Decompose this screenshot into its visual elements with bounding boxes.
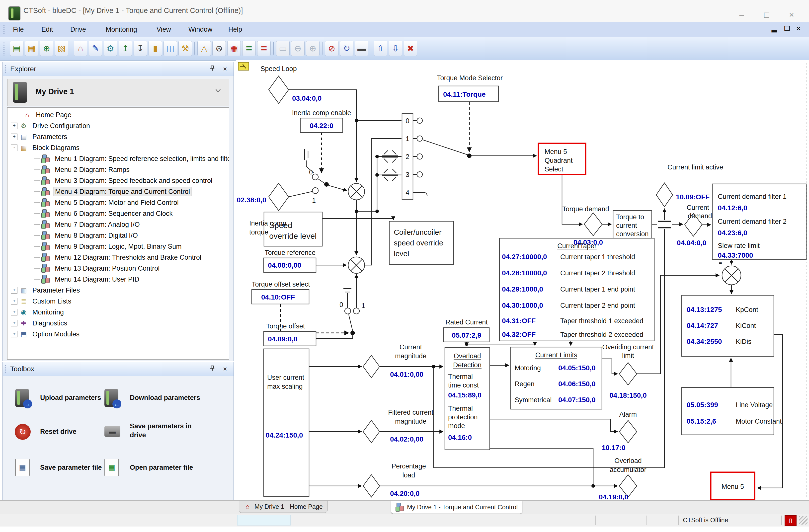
disconnect-drive-icon[interactable]: ✖ bbox=[404, 40, 417, 56]
tree-item-menu7-diagram[interactable]: Menu 7 Diagram: Analog I/O bbox=[34, 219, 141, 230]
pin-icon[interactable] bbox=[209, 365, 216, 373]
custom-list-2-icon[interactable]: ≣ bbox=[257, 40, 271, 56]
torque-offset-param[interactable]: 04.09:0,0 bbox=[268, 335, 297, 343]
mc-param[interactable]: 05.15:2,6 bbox=[687, 417, 716, 425]
save-in-drive-button[interactable]: ▬ bbox=[104, 426, 120, 437]
drive-status-icon[interactable]: ▮ bbox=[149, 40, 162, 56]
inertia-torque-param[interactable]: 02.38:0,0 bbox=[237, 196, 266, 204]
current-demand-param[interactable]: 04.04:0,0 bbox=[677, 239, 706, 247]
torque-offset-select-param[interactable]: 04.10:OFF bbox=[261, 293, 295, 301]
drive-setup-icon[interactable]: ⚙ bbox=[104, 40, 117, 56]
switch-throw-0[interactable] bbox=[312, 174, 318, 180]
monitor-icon[interactable]: ◫ bbox=[163, 40, 177, 56]
inertia-torque-diamond[interactable] bbox=[269, 183, 289, 210]
tools-icon[interactable]: ⚒ bbox=[178, 40, 192, 56]
new-parameter-file-icon[interactable]: ▤ bbox=[10, 40, 23, 56]
mdi-close-button[interactable]: × bbox=[796, 25, 800, 32]
speed-loop-param[interactable]: 03.04:0,0 bbox=[292, 95, 322, 102]
current-limit-active-param[interactable]: 10.09:OFF bbox=[676, 193, 709, 201]
reset-drive-icon[interactable]: ↻ bbox=[340, 40, 354, 56]
ct4-param[interactable]: 04.30:1000,0 bbox=[502, 302, 543, 309]
kidis-param[interactable]: 04.34:2550 bbox=[687, 338, 722, 345]
switch-throw-1[interactable] bbox=[312, 188, 318, 194]
maximize-button[interactable]: □ bbox=[759, 10, 774, 20]
diagnostics-icon[interactable]: △ bbox=[197, 40, 211, 56]
close-file-icon[interactable]: ▧ bbox=[55, 40, 68, 56]
offset-switch-throw-0[interactable] bbox=[345, 308, 351, 314]
home-icon[interactable]: ⌂ bbox=[74, 40, 87, 56]
expander-icon[interactable]: + bbox=[11, 298, 17, 305]
close-icon[interactable]: × bbox=[223, 365, 227, 373]
menu-file[interactable]: File bbox=[13, 26, 24, 33]
tree-item-parameter-files[interactable]: +▥Parameter Files bbox=[11, 285, 82, 295]
edit-icon[interactable]: ✎ bbox=[89, 40, 102, 56]
offset-switch-throw-1[interactable] bbox=[354, 308, 359, 314]
save-parameter-file-label[interactable]: Save parameter file bbox=[40, 464, 102, 471]
inertia-enable-param[interactable]: 04.22:0 bbox=[310, 122, 333, 130]
cdf2-param[interactable]: 04.23:6,0 bbox=[718, 229, 747, 237]
save-in-drive-icon[interactable]: ▬ bbox=[355, 40, 368, 56]
tree-item-menu3-diagram[interactable]: Menu 3 Diagram: Speed feedback and speed… bbox=[34, 175, 214, 186]
percentage-load-diamond[interactable] bbox=[363, 475, 380, 497]
tree-item-menu4-diagram-selected[interactable]: Menu 4 Diagram: Torque and Current Contr… bbox=[34, 186, 192, 197]
torque-reference-param[interactable]: 04.08:0,00 bbox=[268, 261, 301, 269]
ct1-param[interactable]: 04.27:10000,0 bbox=[502, 253, 547, 261]
upload-parameters-label[interactable]: Upload parameters bbox=[40, 394, 101, 402]
ct2-param[interactable]: 04.28:10000,0 bbox=[502, 269, 547, 277]
tab-torque-current-control[interactable]: My Drive 1 - Torque and Current Control bbox=[391, 501, 522, 514]
tree-item-drive-configuration[interactable]: +⚙Drive Configuration bbox=[11, 121, 91, 131]
expander-icon[interactable]: + bbox=[11, 123, 17, 129]
reset-drive-label[interactable]: Reset drive bbox=[40, 428, 76, 435]
open-file-icon[interactable]: ▦ bbox=[25, 40, 38, 56]
tree-item-menu13-diagram[interactable]: Menu 13 Diagram: Position Control bbox=[34, 263, 161, 274]
ct6-param[interactable]: 04.32:OFF bbox=[502, 331, 536, 338]
expander-icon[interactable]: + bbox=[11, 309, 17, 315]
tree-item-diagnostics[interactable]: +✚Diagnostics bbox=[11, 318, 69, 328]
torque-demand-diamond[interactable] bbox=[584, 213, 602, 236]
cdf1-param[interactable]: 04.12:6,0 bbox=[718, 204, 747, 212]
menu-view[interactable]: View bbox=[156, 26, 171, 33]
cl-motoring-param[interactable]: 04.05:150,0 bbox=[558, 364, 596, 372]
ki-param[interactable]: 04.14:727 bbox=[687, 322, 718, 329]
custom-list-1-icon[interactable]: ≣ bbox=[242, 40, 256, 56]
zoom-in-icon[interactable]: ⊕ bbox=[306, 40, 320, 56]
tree-item-menu8-diagram[interactable]: Menu 8 Diagram: Digital I/O bbox=[34, 230, 139, 241]
tree-item-menu12-diagram[interactable]: Menu 12 Diagram: Thresholds and Brake Co… bbox=[34, 252, 203, 263]
tree-item-option-modules[interactable]: +⬒Option Modules bbox=[11, 329, 81, 339]
mdi-minimize-button[interactable]: ▂ bbox=[772, 25, 777, 32]
expander-icon[interactable]: + bbox=[11, 320, 17, 326]
download-file-icon[interactable]: ↧ bbox=[134, 40, 147, 56]
open-parameter-file-label[interactable]: Open parameter file bbox=[130, 464, 193, 471]
slew-param[interactable]: 04.33:7000 bbox=[718, 252, 753, 259]
tree-item-menu2-diagram[interactable]: Menu 2 Diagram: Ramps bbox=[34, 165, 131, 175]
add-drive-icon[interactable]: ⊕ bbox=[40, 40, 53, 56]
cl-symmetrical-param[interactable]: 04.07:150,0 bbox=[558, 396, 596, 404]
pin-icon[interactable] bbox=[209, 65, 216, 73]
ct5-param[interactable]: 04.31:OFF bbox=[502, 317, 536, 325]
menu-drive[interactable]: Drive bbox=[70, 26, 86, 33]
chevron-down-icon[interactable] bbox=[214, 87, 222, 95]
pl-param[interactable]: 04.20:0,0 bbox=[390, 490, 419, 497]
download-parameters-icon[interactable]: ⇩ bbox=[389, 40, 402, 56]
alarm-param[interactable]: 10.17:0 bbox=[602, 444, 625, 451]
tree-item-custom-lists[interactable]: +≣Custom Lists bbox=[11, 296, 73, 307]
od-mode-param[interactable]: 04.16:0 bbox=[448, 433, 472, 441]
network-icon[interactable]: ⊛ bbox=[212, 40, 226, 56]
tree-item-menu9-diagram[interactable]: Menu 9 Diagram: Logic, Mpot, Binary Sum bbox=[34, 241, 183, 252]
stop-drive-icon[interactable]: ⊘ bbox=[325, 40, 339, 56]
open-parameter-file-button[interactable]: ▤ bbox=[104, 459, 119, 476]
tree-item-block-diagrams[interactable]: -▦Block Diagrams bbox=[11, 142, 81, 153]
zoom-out-icon[interactable]: ⊖ bbox=[291, 40, 305, 56]
rated-current-param[interactable]: 05.07:2,9 bbox=[452, 331, 481, 339]
minimize-button[interactable]: – bbox=[734, 10, 749, 20]
cm-param[interactable]: 04.01:0,00 bbox=[390, 371, 424, 378]
expander-icon[interactable]: - bbox=[11, 144, 17, 151]
alarm-diamond[interactable] bbox=[619, 421, 637, 443]
ocl-param[interactable]: 04.18:150,0 bbox=[609, 392, 647, 399]
drive-selector[interactable]: My Drive 1 bbox=[7, 79, 229, 106]
menu-help[interactable]: Help bbox=[228, 26, 242, 33]
torque-mode-param[interactable]: 04.11:Torque bbox=[443, 90, 486, 98]
close-button[interactable]: × bbox=[784, 10, 799, 20]
resize-grip[interactable] bbox=[799, 516, 808, 525]
menu-monitoring[interactable]: Monitoring bbox=[106, 26, 137, 33]
